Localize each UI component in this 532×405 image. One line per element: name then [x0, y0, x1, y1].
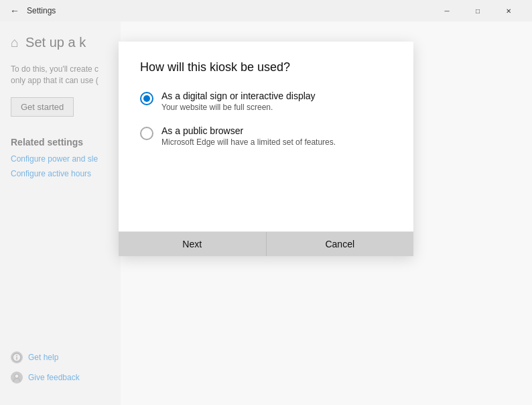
option-digital-sign[interactable]: As a digital sign or interactive display… — [140, 91, 392, 112]
dialog-backdrop: How will this kiosk be used? As a digita… — [0, 21, 532, 405]
maximize-button[interactable]: □ — [462, 0, 493, 21]
option2-desc: Microsoft Edge will have a limited set o… — [161, 137, 336, 147]
dialog-footer: Next Cancel — [119, 231, 413, 256]
option1-label: As a digital sign or interactive display — [161, 91, 316, 101]
title-bar-left: ← Settings — [8, 4, 56, 17]
radio-digital-sign[interactable] — [140, 92, 153, 105]
title-bar-title: Settings — [27, 6, 56, 15]
close-button[interactable]: ✕ — [493, 0, 524, 21]
minimize-button[interactable]: ─ — [431, 0, 462, 21]
dialog-body: How will this kiosk be used? As a digita… — [119, 42, 413, 231]
radio-public-browser[interactable] — [140, 127, 153, 140]
next-button[interactable]: Next — [119, 232, 267, 256]
dialog-title: How will this kiosk be used? — [140, 60, 392, 74]
title-bar-controls: ─ □ ✕ — [431, 0, 524, 21]
radio-inner-1 — [143, 95, 150, 102]
title-bar: ← Settings ─ □ ✕ — [0, 0, 532, 21]
cancel-button[interactable]: Cancel — [267, 232, 414, 256]
option1-text: As a digital sign or interactive display… — [161, 91, 316, 112]
option2-text: As a public browser Microsoft Edge will … — [161, 125, 336, 147]
option-public-browser[interactable]: As a public browser Microsoft Edge will … — [140, 125, 392, 147]
dialog: How will this kiosk be used? As a digita… — [119, 42, 413, 256]
back-button[interactable]: ← — [8, 4, 21, 17]
option2-label: As a public browser — [161, 125, 336, 136]
option1-desc: Your website will be full screen. — [161, 103, 316, 112]
